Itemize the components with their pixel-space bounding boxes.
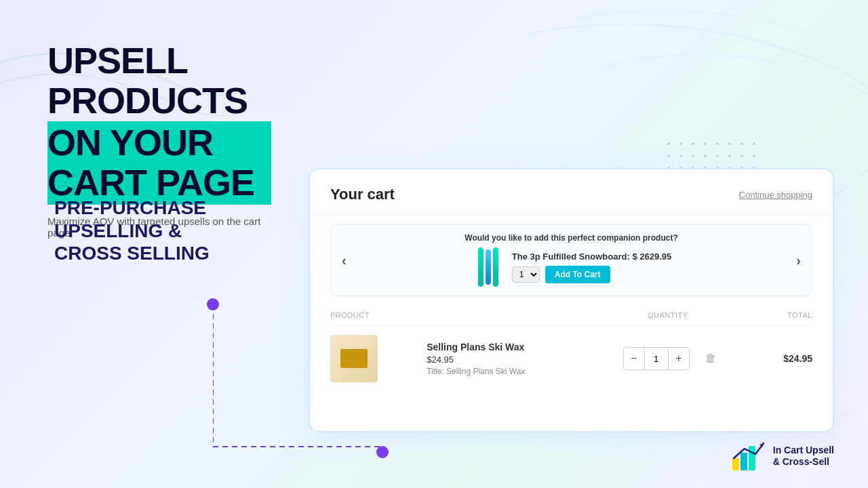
board-bar-3 — [493, 247, 498, 287]
cart-card: Your cart Continue shopping ‹ Would you … — [309, 168, 834, 432]
logo-section: In Cart Upsell & Cross-Sell — [731, 439, 834, 473]
product-info: Selling Plans Ski Wax $24.95 Title: Sell… — [427, 342, 619, 376]
item-total: $24.95 — [716, 353, 812, 364]
main-title: UPSELL PRODUCTS ON YOUR CART PAGE — [47, 41, 271, 205]
quantity-stepper: − + — [623, 347, 690, 370]
upsell-product-image — [471, 247, 505, 287]
upsell-bottom-row: 1 2 3 Add To Cart — [512, 266, 672, 283]
logo-text: In Cart Upsell & Cross-Sell — [773, 445, 834, 468]
quantity-area: − + 🗑 — [620, 347, 716, 370]
board-bar-2 — [486, 249, 491, 285]
qty-input[interactable] — [644, 348, 669, 369]
logo-line2: & Cross-Sell — [773, 456, 834, 468]
upsell-banner: ‹ Would you like to add this perfect com… — [330, 224, 812, 296]
table-row: Selling Plans Ski Wax $24.95 Title: Sell… — [330, 325, 812, 392]
decrease-qty-button[interactable]: − — [624, 348, 644, 369]
pre-purchase-section: PRE-PURCHASE UPSELLING & CROSS SELLING — [54, 197, 210, 265]
delete-item-button[interactable]: 🗑 — [705, 352, 716, 365]
svg-rect-1 — [741, 453, 747, 470]
end-dot — [376, 446, 389, 458]
cart-table-header: PRODUCT QUANTITY TOTAL — [330, 306, 812, 325]
svg-rect-0 — [732, 458, 739, 470]
wax-product-shape — [340, 349, 368, 368]
logo-line1: In Cart Upsell — [773, 445, 834, 456]
col-header-total: TOTAL — [716, 311, 812, 319]
svg-rect-2 — [749, 446, 755, 470]
cart-header: Your cart Continue shopping — [310, 169, 833, 215]
col-header-quantity: QUANTITY — [620, 311, 716, 319]
continue-shopping-link[interactable]: Continue shopping — [739, 190, 812, 200]
next-product-button[interactable]: › — [796, 253, 801, 268]
product-variant: Title: Selling Plans Ski Wax — [427, 367, 619, 376]
logo-icon — [731, 439, 765, 473]
snowboard-visual — [478, 247, 498, 287]
col-header-product: PRODUCT — [330, 311, 427, 319]
board-bar-1 — [478, 247, 484, 287]
increase-qty-button[interactable]: + — [669, 348, 689, 369]
upsell-question: Would you like to add this perfect compa… — [465, 233, 677, 243]
upsell-qty-select[interactable]: 1 2 3 — [512, 266, 540, 283]
product-name: Selling Plans Ski Wax — [427, 342, 619, 352]
product-thumbnail — [330, 335, 378, 382]
col-header-empty — [427, 311, 619, 319]
trash-icon: 🗑 — [705, 352, 716, 364]
upsell-content: Would you like to add this perfect compa… — [355, 233, 789, 287]
upsell-product-row: The 3p Fulfilled Snowboard: $ 2629.95 1 … — [355, 247, 789, 287]
prev-product-button[interactable]: ‹ — [342, 253, 347, 268]
pre-purchase-title: PRE-PURCHASE UPSELLING & CROSS SELLING — [54, 197, 210, 265]
product-price: $24.95 — [427, 354, 619, 365]
cart-table: PRODUCT QUANTITY TOTAL Selling Plans Ski… — [310, 306, 833, 392]
upsell-product-name: The 3p Fulfilled Snowboard: $ 2629.95 — [512, 251, 672, 262]
upsell-product-info: The 3p Fulfilled Snowboard: $ 2629.95 1 … — [512, 251, 672, 283]
cart-title: Your cart — [330, 186, 395, 203]
add-to-cart-button[interactable]: Add To Cart — [545, 266, 610, 283]
